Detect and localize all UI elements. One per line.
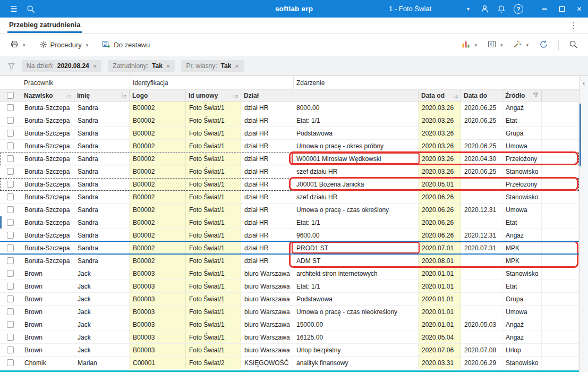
chip-remove-icon[interactable]: × [93,63,97,70]
column-header-id-umowy[interactable]: Id umowy ↓3 [186,90,241,101]
notifications-bell-icon[interactable] [493,0,510,18]
filter-funnel-icon[interactable] [7,62,15,70]
select-all-checkbox[interactable] [7,92,14,99]
table-row[interactable]: Brown Jack B00003 Foto Świat/1 biuro War… [0,318,579,331]
table-row[interactable]: Boruta-Szczepa Sandra B00002 Foto Świat/… [0,127,579,140]
filter-chip-pr-wlasny[interactable]: Pr. własny: Tak × [181,60,243,72]
table-row[interactable]: Brown Jack B00003 Foto Świat/1 biuro War… [0,331,579,344]
row-checkbox[interactable] [7,334,14,341]
table-row[interactable]: Brown Jack B00003 Foto Świat/1 biuro War… [0,280,579,293]
print-button[interactable]: ▾ [6,37,29,53]
row-checkbox[interactable] [7,283,14,290]
company-selector[interactable]: 1 - Foto Świat ▾ [382,0,476,18]
row-checkbox[interactable] [7,168,14,175]
row-checkbox[interactable] [7,117,14,124]
chip-remove-icon[interactable]: × [235,63,239,70]
group-header-pracownik[interactable]: Pracownik [21,76,130,89]
cell-zrodlo: MPK [502,242,542,254]
row-checkbox[interactable] [7,257,14,264]
cell-zdarzenie: 9600.00 [293,229,419,241]
magic-actions-button[interactable]: ▾ [509,37,532,53]
column-header-zdarzenie-description[interactable] [293,90,419,101]
table-row[interactable]: Boruta-Szczepa Sandra B00002 Foto Świat/… [0,140,579,153]
row-checkbox[interactable] [7,130,14,137]
column-header-logo[interactable]: Logo [130,90,186,101]
table-row[interactable]: Boruta-Szczepa Sandra B00002 Foto Świat/… [0,165,579,178]
table-row[interactable]: Boruta-Szczepa Sandra B00002 Foto Świat/… [0,242,579,255]
table-row[interactable]: Brown Jack B00003 Foto Świat/1 biuro War… [0,267,579,280]
row-checkbox[interactable] [7,244,14,251]
table-row[interactable]: Boruta-Szczepa Sandra B00002 Foto Świat/… [0,178,579,191]
table-row[interactable]: Brown Jack B00003 Foto Świat/1 biuro War… [0,344,579,357]
cell-imie: Sandra [74,153,130,165]
column-header-imie[interactable]: Imię ↓2 [74,90,130,101]
row-checkbox[interactable] [7,155,14,162]
row-checkbox[interactable] [7,206,14,213]
column-filter-funnel-icon[interactable] [533,92,539,99]
cell-select [0,140,21,152]
hamburger-menu-icon[interactable]: ☰ [5,0,22,18]
row-checkbox[interactable] [7,295,14,302]
filter-chip-na-dzien[interactable]: Na dzień: 2020.08.24 × [22,60,101,72]
column-header-dzial[interactable]: Dział [241,90,293,101]
sort-ascending-icon: ↓1 [65,92,71,98]
cell-select [0,114,21,126]
column-header-nazwisko[interactable]: Nazwisko ↓1 [21,90,74,101]
group-header-identyfikacja[interactable]: Identyfikacja [130,76,293,89]
add-to-set-button[interactable]: Do zestawu [98,37,154,53]
refresh-button[interactable] [535,37,552,53]
table-row[interactable]: Boruta-Szczepa Sandra B00002 Foto Świat/… [0,114,579,127]
chevron-down-icon[interactable]: ▾ [86,43,89,48]
tab-menu-kebab-icon[interactable]: ⋮ [566,18,581,33]
collapse-panel: ‹ [579,76,588,372]
table-row[interactable]: Brown Jack B00003 Foto Świat/1 biuro War… [0,293,579,306]
chart-view-button[interactable]: ▾ [458,37,481,53]
table-row[interactable]: Brown Jack B00003 Foto Świat/1 biuro War… [0,306,579,318]
chevron-down-icon[interactable]: ▾ [526,43,529,48]
layout-views-button[interactable]: ▾ [484,37,507,53]
row-checkbox[interactable] [7,193,14,200]
help-icon[interactable]: ? [514,4,523,14]
table-row[interactable]: Boruta-Szczepa Sandra B00002 Foto Świat/… [0,255,579,267]
procedures-button[interactable]: Procedury ▾ [36,38,92,53]
tab-przebieg-zatrudnienia[interactable]: Przebieg zatrudnienia [7,18,82,33]
cell-data-do [461,331,502,343]
column-header-zrodlo[interactable]: Źródło [502,90,542,101]
user-icon[interactable] [476,0,493,18]
row-checkbox[interactable] [7,232,14,239]
row-checkbox[interactable] [7,219,14,226]
table-row[interactable]: Boruta-Szczepa Sandra B00002 Foto Świat/… [0,229,579,242]
table-row[interactable]: Boruta-Szczepa Sandra B00002 Foto Świat/… [0,153,579,165]
collapse-panel-chevron-icon[interactable]: ‹ [580,79,588,87]
table-row[interactable]: Boruta-Szczepa Sandra B00002 Foto Świat/… [0,102,579,114]
vertical-scrollbar-thumb[interactable] [580,104,581,166]
minimize-button[interactable] [535,0,553,18]
row-checkbox[interactable] [7,142,14,149]
chevron-down-icon: ▾ [467,6,470,12]
table-row[interactable]: Chomik Marian C00001 Foto Świat/2 KSIĘGO… [0,357,579,369]
group-header-zdarzenie[interactable]: Zdarzenie [293,76,579,89]
cell-zdarzenie: Etat: 1/1 [293,216,419,229]
table-row[interactable]: Boruta-Szczepa Sandra B00002 Foto Świat/… [0,204,579,216]
maximize-button[interactable] [553,0,570,18]
filter-chip-zatrudniony[interactable]: Zatrudniony: Tak × [108,60,175,72]
row-checkbox[interactable] [7,308,14,315]
row-checkbox[interactable] [7,270,14,277]
row-checkbox[interactable] [7,346,14,353]
column-header-data-od[interactable]: Data od ↓4 [419,90,461,101]
row-checkbox[interactable] [7,321,14,328]
chevron-down-icon[interactable]: ▾ [474,43,477,48]
chevron-down-icon[interactable]: ▾ [23,43,25,48]
titlebar-search-icon[interactable] [22,0,39,18]
row-checkbox[interactable] [7,104,14,111]
row-checkbox[interactable] [7,359,14,366]
grid-search-button[interactable] [565,37,582,53]
table-row[interactable]: Boruta-Szczepa Sandra B00002 Foto Świat/… [0,191,579,204]
table-row[interactable]: Boruta-Szczepa Sandra B00002 Foto Świat/… [0,216,579,229]
cell-data-od: 2020.06.26 [419,191,461,203]
chip-remove-icon[interactable]: × [166,63,171,70]
column-header-data-do[interactable]: Data do [461,90,502,101]
close-button[interactable]: ✕ [570,0,588,18]
chevron-down-icon[interactable]: ▾ [500,43,503,48]
row-checkbox[interactable] [7,181,14,188]
